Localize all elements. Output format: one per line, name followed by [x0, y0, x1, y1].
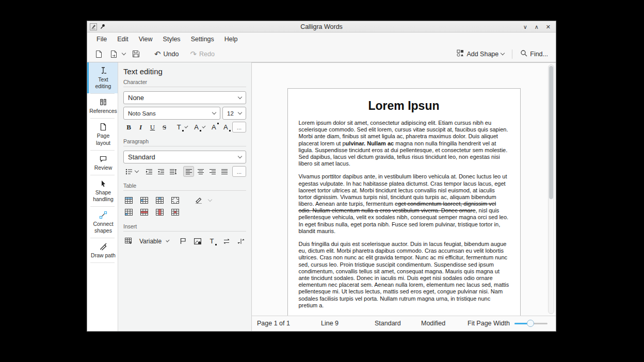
zoom-mode-button[interactable]: Fit Page Width: [468, 320, 510, 327]
add-shape-icon: [457, 50, 464, 58]
text-run: Duis fringilla dui quis est scelerisque …: [299, 241, 509, 308]
list-style-chevron-icon[interactable]: [135, 169, 139, 173]
menu-file[interactable]: File: [91, 34, 112, 45]
insert-bookmark-button[interactable]: [178, 236, 188, 246]
line-spacing-button[interactable]: [167, 166, 178, 177]
open-recent-chevron-icon[interactable]: [122, 51, 126, 55]
add-shape-label: Add Shape: [466, 51, 498, 58]
sidebar-item-connect-shapes[interactable]: Connect shapes: [87, 207, 118, 238]
strikethrough-label: S: [163, 123, 166, 131]
review-icon: [99, 155, 107, 163]
table-border-pen-button[interactable]: [193, 195, 204, 206]
delete-column-button[interactable]: [154, 207, 165, 218]
superscript-button[interactable]: A: [208, 122, 219, 133]
sidebar-item-review[interactable]: Review: [87, 151, 118, 175]
insert-page-break-button[interactable]: [221, 236, 232, 246]
add-shape-button[interactable]: Add Shape: [454, 48, 507, 60]
subscript-mark: [229, 130, 231, 131]
bold-button[interactable]: B: [123, 122, 134, 133]
sidebar-item-label: Review: [94, 164, 112, 171]
insert-section-button[interactable]: [235, 236, 246, 246]
menu-help[interactable]: Help: [219, 34, 243, 45]
document-view[interactable]: Lorem Ipsun Lorem ipsum dolor sit amet, …: [252, 62, 556, 316]
menu-edit[interactable]: Edit: [112, 34, 134, 45]
new-document-button[interactable]: [92, 48, 105, 60]
paragraph[interactable]: Lorem ipsum dolor sit amet, consectetur …: [299, 120, 509, 167]
variable-chevron-icon[interactable]: [166, 239, 170, 242]
align-right-button[interactable]: [207, 166, 218, 177]
minimize-button[interactable]: ∨: [523, 22, 527, 32]
paragraph[interactable]: Vivamus porttitor dapibus ante, in vesti…: [299, 173, 509, 235]
paragraph[interactable]: Duis fringilla dui quis est scelerisque …: [299, 241, 509, 309]
insert-column-button[interactable]: [154, 195, 165, 206]
window-title: Calligra Words: [87, 23, 556, 30]
italic-label: I: [139, 123, 142, 131]
highlight-color-button[interactable]: A: [191, 122, 202, 133]
insert-row-button[interactable]: [139, 195, 150, 206]
list-style-button[interactable]: [123, 166, 134, 177]
menu-styles[interactable]: Styles: [158, 34, 186, 45]
sidebar-item-shape-handling[interactable]: Shape handling: [87, 175, 118, 206]
zoom-slider[interactable]: [514, 323, 548, 324]
decrease-indent-button[interactable]: [155, 166, 166, 177]
menu-settings[interactable]: Settings: [186, 34, 219, 45]
text-color-button[interactable]: T: [173, 122, 184, 133]
insert-text-frame-button[interactable]: T: [206, 236, 217, 246]
align-left-button[interactable]: [183, 166, 194, 177]
insert-image-button[interactable]: [192, 236, 203, 246]
subscript-button[interactable]: A: [220, 122, 231, 133]
sidebar-item-draw-path[interactable]: Draw path: [87, 238, 118, 262]
font-size-value: 12: [227, 110, 238, 117]
text-color-chevron-icon[interactable]: [185, 125, 188, 128]
delete-table-button[interactable]: [170, 207, 181, 218]
document-title[interactable]: Lorem Ipsun: [299, 99, 509, 113]
maximize-button[interactable]: ∧: [535, 22, 539, 32]
menu-view[interactable]: View: [134, 34, 158, 45]
chevron-down-icon: [212, 110, 216, 114]
italic-button[interactable]: I: [135, 122, 146, 133]
highlight-chevron-icon[interactable]: [202, 125, 205, 128]
save-button[interactable]: [130, 48, 142, 59]
sidebar-item-label: References: [89, 108, 117, 114]
insert-table-button[interactable]: [123, 195, 134, 206]
sidebar-item-label: Connect shapes: [90, 221, 117, 234]
sidebar-item-text-editing[interactable]: Text editing: [87, 62, 118, 93]
open-document-button[interactable]: [107, 48, 120, 60]
document-page[interactable]: Lorem Ipsun Lorem ipsum dolor sit amet, …: [287, 88, 521, 316]
merge-cells-button[interactable]: [170, 195, 181, 206]
style-indicator[interactable]: Standard: [375, 320, 401, 327]
paragraph-more-button[interactable]: ...: [232, 166, 246, 177]
sidebar-item-references[interactable]: References: [87, 94, 118, 118]
tool-sidebar: Text editing References Page layout: [87, 62, 118, 331]
delete-row-button[interactable]: [139, 207, 150, 218]
insert-variable-button[interactable]: Variable: [138, 238, 163, 245]
underline-button[interactable]: U: [147, 122, 158, 133]
align-justify-button[interactable]: [219, 166, 230, 177]
statusbar: Page 1 of 1 Line 9 Standard Modified Fit…: [252, 316, 556, 331]
vertical-scrollbar[interactable]: [548, 64, 554, 314]
find-button[interactable]: Find...: [518, 48, 551, 60]
align-center-button[interactable]: [195, 166, 206, 177]
redo-button[interactable]: ↷ Redo: [187, 48, 217, 59]
page-indicator: Page 1 of 1: [257, 320, 290, 327]
split-cells-button[interactable]: [123, 207, 134, 218]
sidebar-item-page-layout[interactable]: Page layout: [87, 119, 118, 150]
strikethrough-button[interactable]: S: [159, 122, 170, 133]
insert-table-frame-button[interactable]: [123, 236, 134, 246]
line-indicator: Line 9: [321, 320, 339, 327]
sidebar-item-label: Draw path: [91, 252, 116, 259]
scrollbar-thumb[interactable]: [549, 66, 553, 199]
references-icon: [99, 98, 107, 106]
character-more-button[interactable]: ...: [232, 122, 246, 133]
redo-icon: ↷: [190, 50, 197, 58]
character-style-dropdown[interactable]: None: [123, 91, 246, 104]
chevron-down-icon: [238, 95, 242, 99]
app-window: Calligra Words ∨ ∧ ✕ File Edit View Styl…: [87, 21, 556, 332]
undo-button[interactable]: ↶ Undo: [152, 48, 181, 59]
font-family-dropdown[interactable]: Noto Sans: [123, 107, 220, 120]
paragraph-style-dropdown[interactable]: Standard: [123, 151, 246, 163]
increase-indent-button[interactable]: [143, 166, 154, 177]
zoom-slider-handle[interactable]: [527, 320, 534, 327]
close-button[interactable]: ✕: [546, 22, 551, 32]
font-size-dropdown[interactable]: 12: [222, 107, 246, 120]
